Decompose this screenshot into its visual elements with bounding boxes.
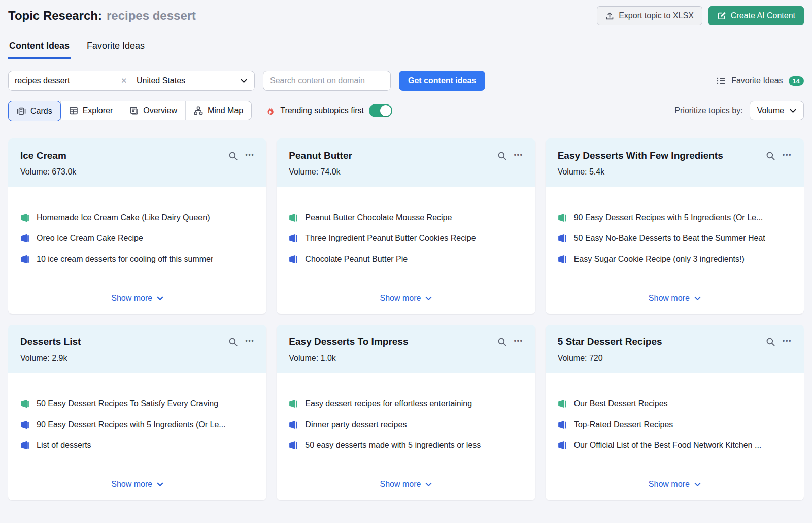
content-idea-item[interactable]: 90 Easy Dessert Recipes with 5 Ingredien… <box>558 212 792 223</box>
show-more-button[interactable]: Show more <box>649 294 701 304</box>
topic-card: Desserts List ••• Volume: 2.9k 50 Easy D… <box>8 325 266 500</box>
content-idea-item[interactable]: Oreo Ice Cream Cake Recipe <box>20 233 254 244</box>
content-idea-text: Three Ingredient Peanut Butter Cookies R… <box>305 233 476 244</box>
show-more-button[interactable]: Show more <box>111 480 163 490</box>
toggle-knob <box>380 105 391 116</box>
content-idea-item[interactable]: 50 easy desserts made with 5 ingredients… <box>289 440 523 451</box>
chevron-down-icon <box>157 482 163 487</box>
content-idea-item[interactable]: 10 ice cream desserts for cooling off th… <box>20 254 254 265</box>
view-cards-button[interactable]: Cards <box>8 101 61 121</box>
card-body: Peanut Butter Chocolate Mousse Recipe Th… <box>277 187 535 314</box>
more-options-icon[interactable]: ••• <box>783 338 792 346</box>
get-content-ideas-button[interactable]: Get content ideas <box>399 71 485 91</box>
card-title: Ice Cream <box>20 150 66 161</box>
megaphone-icon <box>289 441 298 450</box>
view-switcher: Cards Explorer Overview <box>8 101 252 120</box>
content-idea-item[interactable]: 50 Easy Dessert Recipes To Satisfy Every… <box>20 398 254 409</box>
megaphone-icon <box>558 234 567 243</box>
content-idea-item[interactable]: Top-Rated Dessert Recipes <box>558 419 792 430</box>
card-title: Easy Desserts To Impress <box>289 336 408 347</box>
show-more-button[interactable]: Show more <box>111 294 163 304</box>
prioritize-label: Prioritize topics by: <box>674 106 742 115</box>
content-idea-text: Top-Rated Dessert Recipes <box>574 419 673 430</box>
show-more-button[interactable]: Show more <box>380 480 432 490</box>
content-idea-item[interactable]: 90 Easy Dessert Recipes with 5 Ingredien… <box>20 419 254 430</box>
trending-subtopics-control: Trending subtopics first <box>265 104 392 117</box>
megaphone-icon <box>289 255 298 264</box>
search-topic-icon[interactable] <box>766 337 775 347</box>
search-topic-icon[interactable] <box>497 151 507 161</box>
content-idea-item[interactable]: List of desserts <box>20 440 254 451</box>
content-idea-item[interactable]: Easy dessert recipes for effortless ente… <box>289 398 523 409</box>
edit-square-icon <box>717 11 726 20</box>
trending-toggle[interactable] <box>369 104 392 117</box>
topic-card: Ice Cream ••• Volume: 673.0k Homemade Ic… <box>8 138 266 314</box>
card-title: Desserts List <box>20 336 81 347</box>
content-idea-item[interactable]: Our Official List of the Best Food Netwo… <box>558 440 792 451</box>
content-idea-item[interactable]: Chocolate Peanut Butter Pie <box>289 254 523 265</box>
megaphone-icon <box>20 255 29 264</box>
megaphone-icon <box>558 255 567 264</box>
megaphone-icon <box>289 234 298 243</box>
more-options-icon[interactable]: ••• <box>783 152 792 160</box>
card-header: Ice Cream ••• Volume: 673.0k <box>8 138 266 187</box>
search-topic-icon[interactable] <box>228 151 238 161</box>
content-idea-text: 50 Easy Dessert Recipes To Satisfy Every… <box>37 398 218 409</box>
topic-card: Easy Desserts To Impress ••• Volume: 1.0… <box>277 325 535 500</box>
search-topic-icon[interactable] <box>766 151 775 161</box>
keyword-field-wrap: ✕ <box>9 71 129 90</box>
content-idea-item[interactable]: Three Ingredient Peanut Butter Cookies R… <box>289 233 523 244</box>
tab-bar: Content Ideas Favorite Ideas <box>0 36 812 59</box>
more-options-icon[interactable]: ••• <box>245 152 254 160</box>
page-title-label: Topic Research: <box>8 9 102 23</box>
page-title-query: recipes dessert <box>107 9 196 23</box>
export-xlsx-button[interactable]: Export topic to XLSX <box>597 6 702 25</box>
show-more-button[interactable]: Show more <box>649 480 701 490</box>
create-ai-content-button[interactable]: Create AI Content <box>708 6 804 25</box>
show-more-button[interactable]: Show more <box>380 294 432 304</box>
chevron-down-icon <box>694 482 701 487</box>
more-options-icon[interactable]: ••• <box>514 152 523 160</box>
top-bar: Topic Research: recipes dessert Export t… <box>0 0 812 27</box>
content-idea-item[interactable]: Our Best Dessert Recipes <box>558 398 792 409</box>
content-idea-item[interactable]: Homemade Ice Cream Cake (Like Dairy Quee… <box>20 212 254 223</box>
tab-content-ideas[interactable]: Content Ideas <box>8 36 71 59</box>
card-title: 5 Star Dessert Recipes <box>558 336 662 347</box>
content-idea-text: 10 ice cream desserts for cooling off th… <box>37 254 213 265</box>
more-options-icon[interactable]: ••• <box>514 338 523 346</box>
favorite-ideas-link[interactable]: Favorite Ideas 14 <box>717 76 804 86</box>
content-idea-text: 50 Easy No-Bake Desserts to Beat the Sum… <box>574 233 765 244</box>
country-select[interactable]: United States <box>129 71 254 90</box>
content-idea-text: Homemade Ice Cream Cake (Like Dairy Quee… <box>37 212 210 223</box>
cards-grid: Ice Cream ••• Volume: 673.0k Homemade Ic… <box>8 138 804 500</box>
tab-favorite-ideas[interactable]: Favorite Ideas <box>86 36 146 59</box>
view-overview-button[interactable]: Overview <box>121 101 185 120</box>
card-header: 5 Star Dessert Recipes ••• Volume: 720 <box>546 325 804 373</box>
card-title: Easy Desserts With Few Ingredients <box>558 150 723 161</box>
content-idea-text: Chocolate Peanut Butter Pie <box>305 254 408 265</box>
megaphone-icon <box>20 399 29 408</box>
clear-keyword-icon[interactable]: ✕ <box>120 76 128 85</box>
card-actions: ••• <box>228 150 254 161</box>
content-idea-item[interactable]: Easy Sugar Cookie Recipe (only 3 ingredi… <box>558 254 792 265</box>
more-options-icon[interactable]: ••• <box>245 338 254 346</box>
domain-search-input[interactable] <box>263 71 391 91</box>
view-mindmap-button[interactable]: Mind Map <box>185 101 251 120</box>
megaphone-icon <box>289 213 298 222</box>
content-idea-item[interactable]: 50 Easy No-Bake Desserts to Beat the Sum… <box>558 233 792 244</box>
list-icon <box>717 76 726 85</box>
content-idea-item[interactable]: Peanut Butter Chocolate Mousse Recipe <box>289 212 523 223</box>
view-explorer-button[interactable]: Explorer <box>60 101 121 120</box>
show-more-label: Show more <box>111 480 152 489</box>
cards-view-icon <box>17 107 26 116</box>
keyword-input[interactable] <box>15 76 120 85</box>
megaphone-icon <box>20 213 29 222</box>
search-topic-icon[interactable] <box>497 337 507 347</box>
content-idea-item[interactable]: Dinner party dessert recipes <box>289 419 523 430</box>
flame-icon <box>265 106 275 116</box>
show-more-label: Show more <box>111 294 152 303</box>
card-volume: Volume: 2.9k <box>20 354 254 363</box>
search-topic-icon[interactable] <box>228 337 238 347</box>
prioritize-select[interactable]: Volume <box>750 101 804 120</box>
megaphone-icon <box>558 399 567 408</box>
